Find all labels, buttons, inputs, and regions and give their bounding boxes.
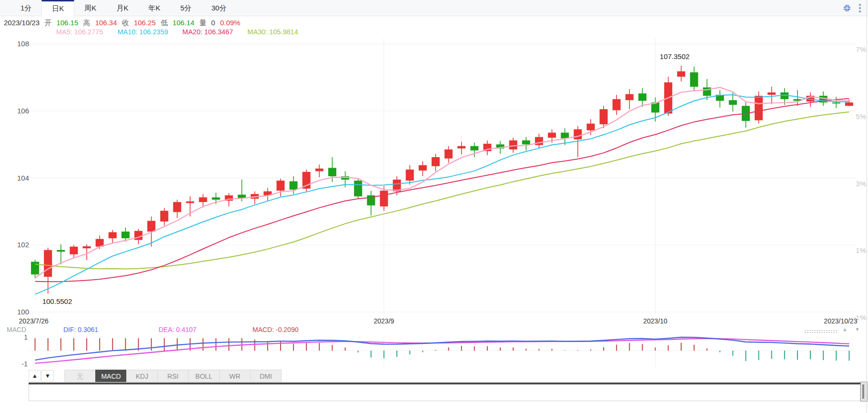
tab-5min[interactable]: 5分: [170, 0, 201, 16]
candle[interactable]: [845, 100, 853, 106]
candle[interactable]: [173, 200, 181, 218]
candle[interactable]: [315, 164, 323, 177]
down-arrow-icon[interactable]: ▼: [855, 326, 860, 332]
candle[interactable]: [263, 188, 272, 201]
candle[interactable]: [677, 66, 685, 81]
candle[interactable]: [716, 90, 724, 108]
up-arrow-icon[interactable]: ▲: [842, 326, 848, 332]
candle[interactable]: [199, 194, 207, 207]
candle[interactable]: [354, 178, 362, 199]
macd-chart[interactable]: [0, 0, 868, 413]
candle[interactable]: [600, 106, 608, 128]
indicator-tab-dmi[interactable]: DMI: [250, 370, 282, 382]
tab-weekly-k[interactable]: 周K: [74, 0, 106, 16]
indicator-tab-macd[interactable]: MACD: [95, 370, 127, 382]
tab-1min[interactable]: 1分: [10, 0, 41, 16]
candle[interactable]: [406, 165, 414, 185]
indicator-tab-wr[interactable]: WR: [219, 370, 251, 382]
candle[interactable]: [57, 244, 65, 264]
candle[interactable]: [31, 260, 39, 278]
candle[interactable]: [212, 192, 220, 204]
dif-line: [35, 337, 849, 360]
tab-yearly-k[interactable]: 年K: [138, 0, 170, 16]
candle[interactable]: [419, 161, 427, 176]
candle[interactable]: [509, 138, 517, 153]
candle[interactable]: [638, 88, 646, 107]
candle[interactable]: [225, 193, 233, 206]
pane-up-button[interactable]: ▲: [29, 370, 41, 382]
tab-daily-k[interactable]: 日K: [41, 0, 74, 16]
candle[interactable]: [807, 92, 815, 107]
candle[interactable]: [328, 157, 336, 182]
pane-down-button[interactable]: ▼: [41, 370, 54, 382]
candle[interactable]: [44, 248, 52, 293]
ma5-value: MA5: 106.2775: [56, 28, 103, 36]
candle[interactable]: [613, 95, 621, 115]
candle[interactable]: [664, 77, 672, 116]
candle[interactable]: [496, 141, 505, 154]
navigator-strip[interactable]: [29, 384, 860, 401]
candle[interactable]: [522, 137, 530, 151]
ma20-value: MA20: 106.3467: [182, 28, 233, 36]
ma30-line: [35, 112, 849, 269]
indicator-tab-kdj[interactable]: KDJ: [126, 370, 158, 382]
candle[interactable]: [651, 98, 659, 122]
kebab-menu-icon[interactable]: [858, 3, 861, 15]
indicator-tab-none[interactable]: 无: [64, 370, 96, 382]
open-value: 106.15: [56, 19, 78, 27]
candle[interactable]: [432, 154, 440, 171]
candle[interactable]: [703, 79, 711, 100]
collapse-icon[interactable]: [842, 3, 852, 15]
candle[interactable]: [380, 186, 388, 211]
candle[interactable]: [96, 236, 104, 249]
candle[interactable]: [574, 126, 582, 157]
y-axis-tick: 100: [17, 308, 29, 316]
candle[interactable]: [444, 146, 453, 163]
candle[interactable]: [121, 228, 130, 242]
candle[interactable]: [483, 141, 491, 155]
candle[interactable]: [160, 208, 168, 226]
candle[interactable]: [535, 134, 543, 149]
candle[interactable]: [393, 176, 401, 195]
macd-header-row: MACD DIF: 0.3061 DEA: 0.4107 MACD: -0.20…: [0, 326, 868, 334]
candle[interactable]: [470, 143, 478, 157]
candle[interactable]: [780, 88, 788, 105]
candle[interactable]: [147, 216, 155, 246]
candle[interactable]: [109, 230, 117, 243]
candle[interactable]: [586, 119, 595, 135]
candle[interactable]: [457, 141, 465, 154]
candle[interactable]: [819, 91, 828, 106]
tab-30min[interactable]: 30分: [202, 0, 237, 16]
candlestick-chart[interactable]: [0, 0, 868, 413]
y2-axis-tick: 3%: [843, 180, 866, 188]
indicator-tab-boll[interactable]: BOLL: [188, 370, 220, 382]
candle[interactable]: [561, 128, 569, 145]
close-label: 收: [122, 19, 129, 27]
candle[interactable]: [755, 91, 763, 124]
candle[interactable]: [251, 191, 259, 204]
candle[interactable]: [742, 102, 750, 128]
candle[interactable]: [70, 245, 78, 258]
candle[interactable]: [238, 180, 246, 201]
candle[interactable]: [793, 90, 801, 106]
candle[interactable]: [290, 176, 298, 194]
y-axis-tick: 104: [17, 174, 29, 182]
candle[interactable]: [690, 67, 698, 91]
ma10-value: MA10: 106.2359: [117, 28, 168, 36]
candle[interactable]: [548, 129, 556, 142]
tab-monthly-k[interactable]: 月K: [106, 0, 138, 16]
candle[interactable]: [367, 191, 375, 215]
candle[interactable]: [832, 97, 840, 108]
candle[interactable]: [276, 179, 284, 196]
low-label: 低: [161, 19, 168, 27]
candle[interactable]: [186, 196, 194, 216]
candle[interactable]: [626, 89, 634, 109]
indicator-tab-rsi[interactable]: RSI: [157, 370, 189, 382]
candle[interactable]: [83, 244, 91, 260]
drag-dots-handle[interactable]: [804, 330, 838, 333]
candle[interactable]: [303, 170, 311, 191]
candle[interactable]: [767, 87, 776, 104]
candle[interactable]: [729, 92, 737, 111]
candle[interactable]: [134, 229, 142, 244]
candle[interactable]: [341, 171, 349, 187]
